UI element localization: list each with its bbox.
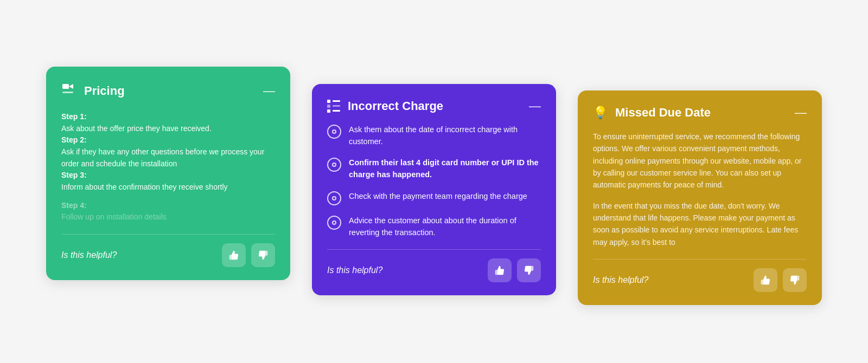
missed-due-date-helpful-text: Is this helpful? xyxy=(593,275,648,285)
incorrect-charge-card: Incorrect Charge — Ask them about the da… xyxy=(312,84,556,296)
incorrect-charge-header: Incorrect Charge — xyxy=(327,99,541,113)
step-4: Step 4: Follow up on installation detail… xyxy=(61,200,275,223)
missed-due-date-thumbs-up-button[interactable] xyxy=(754,268,777,292)
thumbs-up-icon-3 xyxy=(760,275,771,286)
incorrect-charge-thumbs-down-button[interactable] xyxy=(517,258,541,282)
pricing-header-left: Pricing xyxy=(61,82,125,100)
circle-icon-4 xyxy=(327,216,341,230)
thumbs-up-icon xyxy=(228,250,239,261)
missed-due-date-minimize[interactable]: — xyxy=(795,107,807,119)
step-1: Step 1: Ask about the offer price they h… xyxy=(61,111,275,134)
step-2-text: Ask if they have any other questions bef… xyxy=(61,146,275,170)
step-3-text: Inform about the confirmation they recei… xyxy=(61,182,275,193)
missed-due-date-title: Missed Due Date xyxy=(615,106,711,120)
step-3: Step 3: Inform about the confirmation th… xyxy=(61,170,275,193)
pricing-card-header: Pricing — xyxy=(61,82,275,100)
ic-item-1-text: Ask them about the date of incorrect cha… xyxy=(349,124,541,148)
thumbs-up-icon-2 xyxy=(494,265,505,276)
svg-rect-0 xyxy=(62,84,69,89)
step-2-label: Step 2: xyxy=(61,134,275,146)
step-4-text: Follow up on installation details xyxy=(61,211,275,223)
missed-due-date-card: 💡 Missed Due Date — To ensure uninterrup… xyxy=(578,90,822,306)
step-1-label: Step 1: xyxy=(61,111,275,123)
missed-due-date-thumbs-down-button[interactable] xyxy=(783,268,807,292)
missed-due-date-para2: In the event that you miss the due date,… xyxy=(593,200,807,249)
step-1-text: Ask about the offer price they have rece… xyxy=(61,123,275,135)
incorrect-charge-body: Ask them about the date of incorrect cha… xyxy=(327,124,541,239)
ic-item-3-text: Check with the payment team regarding th… xyxy=(349,191,527,203)
svg-rect-2 xyxy=(62,92,73,93)
svg-marker-1 xyxy=(69,84,73,89)
thumbs-down-icon xyxy=(258,250,269,261)
ic-list-item-4: Advice the customer about about the dura… xyxy=(327,215,541,239)
pricing-thumbs-up-button[interactable] xyxy=(222,243,246,267)
incorrect-charge-thumbs-up-button[interactable] xyxy=(488,258,512,282)
pricing-helpful-text: Is this helpful? xyxy=(61,250,117,260)
list-lines-icon xyxy=(327,100,340,113)
incorrect-charge-divider xyxy=(327,249,541,250)
incorrect-charge-list: Ask them about the date of incorrect cha… xyxy=(327,124,541,239)
ic-list-item-1: Ask them about the date of incorrect cha… xyxy=(327,124,541,148)
incorrect-charge-icon xyxy=(327,100,340,113)
incorrect-charge-header-left: Incorrect Charge xyxy=(327,99,443,113)
pricing-card: Pricing — Step 1: Ask about the offer pr… xyxy=(46,67,290,280)
ic-item-4-text: Advice the customer about about the dura… xyxy=(349,215,541,239)
missed-due-date-feedback-buttons xyxy=(754,268,807,292)
incorrect-charge-helpful-text: Is this helpful? xyxy=(327,265,382,275)
pricing-icon xyxy=(61,82,76,100)
missed-due-date-para1: To ensure uninterrupted service, we reco… xyxy=(593,131,807,191)
ic-list-item-2: Confirm their last 4 digit card number o… xyxy=(327,157,541,181)
incorrect-charge-footer: Is this helpful? xyxy=(327,258,541,282)
missed-due-date-footer: Is this helpful? xyxy=(593,268,807,292)
pricing-minimize[interactable]: — xyxy=(263,85,275,97)
missed-due-date-header-left: 💡 Missed Due Date xyxy=(593,106,711,120)
ic-item-2-text: Confirm their last 4 digit card number o… xyxy=(349,157,541,181)
circle-icon-3 xyxy=(327,191,341,205)
pricing-footer: Is this helpful? xyxy=(61,243,275,267)
missed-due-date-divider xyxy=(593,259,807,260)
missed-due-date-body: To ensure uninterrupted service, we reco… xyxy=(593,131,807,249)
missed-due-date-header: 💡 Missed Due Date — xyxy=(593,106,807,120)
step-4-label: Step 4: xyxy=(61,200,275,212)
pricing-body: Step 1: Ask about the offer price they h… xyxy=(61,111,275,223)
step-2: Step 2: Ask if they have any other quest… xyxy=(61,134,275,170)
circle-icon-1 xyxy=(327,125,341,139)
incorrect-charge-feedback-buttons xyxy=(488,258,541,282)
thumbs-down-icon-3 xyxy=(789,275,800,286)
incorrect-charge-title: Incorrect Charge xyxy=(348,99,443,113)
ic-list-item-3: Check with the payment team regarding th… xyxy=(327,191,541,205)
circle-icon-2 xyxy=(327,158,341,172)
thumbs-down-icon-2 xyxy=(524,265,534,276)
pricing-feedback-buttons xyxy=(222,243,275,267)
pricing-thumbs-down-button[interactable] xyxy=(251,243,275,267)
step-3-label: Step 3: xyxy=(61,170,275,182)
bulb-icon: 💡 xyxy=(593,106,608,120)
pricing-divider xyxy=(61,234,275,235)
pricing-title: Pricing xyxy=(84,84,125,98)
incorrect-charge-minimize[interactable]: — xyxy=(529,100,541,112)
